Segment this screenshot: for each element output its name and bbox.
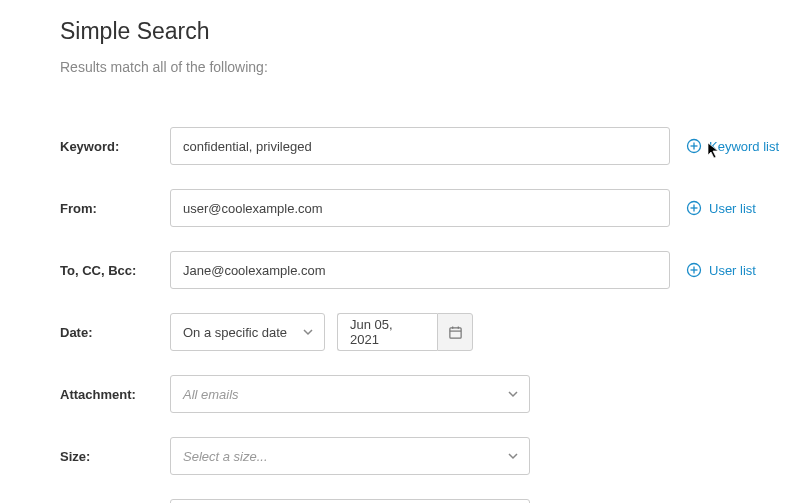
label-attachment: Attachment: bbox=[60, 387, 170, 402]
page-title: Simple Search bbox=[60, 18, 798, 45]
label-from: From: bbox=[60, 201, 170, 216]
from-user-list-label: User list bbox=[709, 201, 756, 216]
label-date: Date: bbox=[60, 325, 170, 340]
date-value-text: Jun 05, 2021 bbox=[350, 317, 425, 347]
to-user-list-label: User list bbox=[709, 263, 756, 278]
size-placeholder: Select a size... bbox=[183, 449, 507, 464]
row-from: From: User list bbox=[60, 189, 798, 227]
label-size: Size: bbox=[60, 449, 170, 464]
date-picker-button[interactable] bbox=[437, 313, 473, 351]
row-date: Date: On a specific date Jun 05, 2021 bbox=[60, 313, 798, 351]
chevron-down-icon bbox=[507, 388, 519, 400]
keyword-list-label: Keyword list bbox=[709, 139, 779, 154]
row-attachment: Attachment: All emails bbox=[60, 375, 798, 413]
keyword-input[interactable] bbox=[170, 127, 670, 165]
row-size: Size: Select a size... bbox=[60, 437, 798, 475]
date-value-input[interactable]: Jun 05, 2021 bbox=[337, 313, 437, 351]
to-input[interactable] bbox=[170, 251, 670, 289]
hold-select[interactable]: Select a hold reason... bbox=[170, 499, 530, 503]
subtitle: Results match all of the following: bbox=[60, 59, 798, 75]
from-user-list-link[interactable]: User list bbox=[686, 200, 756, 216]
date-range-value: On a specific date bbox=[183, 325, 302, 340]
label-to: To, CC, Bcc: bbox=[60, 263, 170, 278]
row-keyword: Keyword: Keyword list bbox=[60, 127, 798, 165]
label-keyword: Keyword: bbox=[60, 139, 170, 154]
attachment-select[interactable]: All emails bbox=[170, 375, 530, 413]
chevron-down-icon bbox=[302, 326, 314, 338]
from-input[interactable] bbox=[170, 189, 670, 227]
plus-circle-icon bbox=[686, 200, 702, 216]
plus-circle-icon bbox=[686, 138, 702, 154]
chevron-down-icon bbox=[507, 450, 519, 462]
attachment-placeholder: All emails bbox=[183, 387, 507, 402]
to-user-list-link[interactable]: User list bbox=[686, 262, 756, 278]
row-hold: Hold: Select a hold reason... bbox=[60, 499, 798, 503]
keyword-list-link[interactable]: Keyword list bbox=[686, 138, 779, 154]
row-to: To, CC, Bcc: User list bbox=[60, 251, 798, 289]
date-range-select[interactable]: On a specific date bbox=[170, 313, 325, 351]
size-select[interactable]: Select a size... bbox=[170, 437, 530, 475]
calendar-icon bbox=[448, 325, 463, 340]
plus-circle-icon bbox=[686, 262, 702, 278]
svg-rect-9 bbox=[449, 327, 460, 337]
